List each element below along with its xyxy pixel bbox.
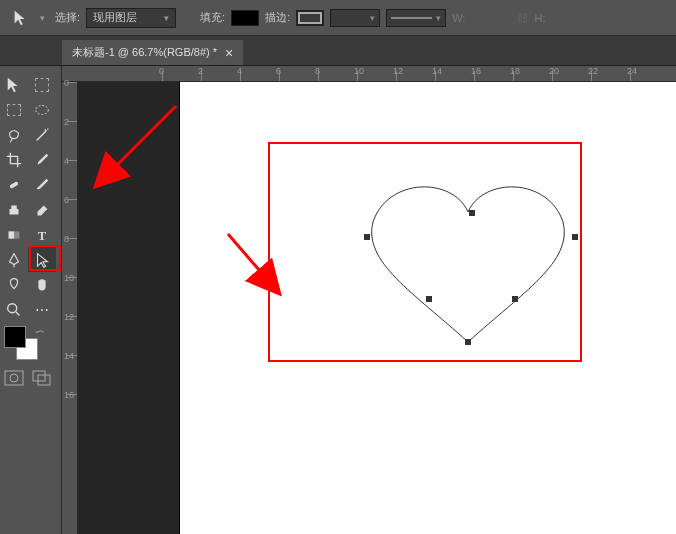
ruler-tick: 24 xyxy=(627,66,637,76)
ruler-tick: 0 xyxy=(159,66,164,76)
type-tool[interactable]: T xyxy=(28,222,56,247)
anchor-top[interactable] xyxy=(469,210,475,216)
quick-mask-icon[interactable] xyxy=(4,370,24,386)
magic-wand-tool[interactable] xyxy=(28,122,56,147)
ruler-tick: 6 xyxy=(64,195,69,205)
ruler-tick: 14 xyxy=(432,66,442,76)
fill-label: 填充: xyxy=(200,10,225,25)
path-select-tool[interactable] xyxy=(28,247,56,272)
stroke-width-field[interactable]: ▾ xyxy=(330,9,380,27)
svg-rect-6 xyxy=(5,371,23,385)
svg-line-10 xyxy=(114,106,176,168)
select-label: 选择: xyxy=(55,10,80,25)
stroke-label: 描边: xyxy=(265,10,290,25)
ruler-tick: 12 xyxy=(393,66,403,76)
canvas-area[interactable] xyxy=(78,82,676,534)
ruler-tick: 16 xyxy=(64,390,74,400)
ruler-vertical: 0246810121416 xyxy=(62,82,78,534)
color-swatches[interactable]: ⤺ xyxy=(4,326,54,366)
ruler-tick: 2 xyxy=(198,66,203,76)
fill-swatch[interactable] xyxy=(231,10,259,26)
width-label: W: xyxy=(452,12,465,24)
chevron-down-icon: ▾ xyxy=(164,13,169,23)
ruler-horizontal: 024681012141618202224 xyxy=(62,66,676,82)
svg-text:T: T xyxy=(38,228,47,242)
ruler-tick: 18 xyxy=(510,66,520,76)
ruler-tick: 8 xyxy=(64,234,69,244)
anchor-left[interactable] xyxy=(364,234,370,240)
pen-tool[interactable] xyxy=(0,247,28,272)
svg-rect-1 xyxy=(9,181,19,189)
more-tools[interactable]: ⋯ xyxy=(28,297,56,322)
toolbar: T ⋯ ⤺ xyxy=(0,66,62,534)
select-layer-value: 现用图层 xyxy=(93,10,137,25)
eraser-tool[interactable] xyxy=(28,197,56,222)
document-tab[interactable]: 未标题-1 @ 66.7%(RGB/8#) * × xyxy=(62,40,243,65)
foreground-color-swatch[interactable] xyxy=(4,326,26,348)
artboard-tool[interactable] xyxy=(28,72,56,97)
ruler-tick: 8 xyxy=(315,66,320,76)
stroke-swatch[interactable] xyxy=(296,10,324,26)
svg-rect-8 xyxy=(33,371,45,381)
tool-preset-dropdown[interactable]: ▾ xyxy=(40,13,45,23)
path-select-option-icon[interactable] xyxy=(6,5,34,30)
ruler-tick: 10 xyxy=(64,273,74,283)
gradient-tool[interactable] xyxy=(0,222,28,247)
svg-point-5 xyxy=(8,303,17,312)
screen-mode-icon[interactable] xyxy=(32,370,52,386)
ruler-tick: 14 xyxy=(64,351,74,361)
crop-tool[interactable] xyxy=(0,147,28,172)
heart-path[interactable] xyxy=(358,172,578,362)
healing-tool[interactable] xyxy=(0,172,28,197)
marquee-rect-tool[interactable] xyxy=(0,97,28,122)
brush-tool[interactable] xyxy=(28,172,56,197)
move-tool[interactable] xyxy=(0,72,28,97)
swap-colors-icon[interactable]: ⤺ xyxy=(36,326,44,337)
stroke-style-dropdown[interactable]: ▾ xyxy=(386,9,446,27)
svg-point-7 xyxy=(10,374,18,382)
ruler-tick: 2 xyxy=(64,117,69,127)
hand-tool[interactable] xyxy=(28,272,56,297)
ruler-tick: 4 xyxy=(237,66,242,76)
anchor-bottom[interactable] xyxy=(465,339,471,345)
lasso-tool[interactable] xyxy=(0,122,28,147)
tab-title: 未标题-1 @ 66.7%(RGB/8#) * xyxy=(72,45,217,60)
options-bar: ▾ 选择: 现用图层 ▾ 填充: 描边: ▾ ▾ W: ⛓ H: xyxy=(0,0,676,36)
ruler-tick: 6 xyxy=(276,66,281,76)
height-label: H: xyxy=(534,12,545,24)
marquee-ellipse-tool[interactable] xyxy=(28,97,56,122)
ruler-tick: 16 xyxy=(471,66,481,76)
svg-point-0 xyxy=(36,105,49,114)
ruler-tick: 4 xyxy=(64,156,69,166)
anchor-right[interactable] xyxy=(572,234,578,240)
svg-rect-9 xyxy=(38,375,50,385)
link-icon[interactable]: ⛓ xyxy=(517,12,528,24)
select-layer-dropdown[interactable]: 现用图层 ▾ xyxy=(86,8,176,28)
tab-bar: 未标题-1 @ 66.7%(RGB/8#) * × xyxy=(0,36,676,66)
shape-tool[interactable] xyxy=(0,272,28,297)
eyedropper-tool[interactable] xyxy=(28,147,56,172)
ruler-tick: 10 xyxy=(354,66,364,76)
clone-tool[interactable] xyxy=(0,197,28,222)
anchor-br[interactable] xyxy=(512,296,518,302)
zoom-tool[interactable] xyxy=(0,297,28,322)
close-icon[interactable]: × xyxy=(225,48,233,58)
ruler-tick: 12 xyxy=(64,312,74,322)
anchor-bl[interactable] xyxy=(426,296,432,302)
svg-rect-3 xyxy=(9,231,14,238)
ruler-tick: 0 xyxy=(64,78,69,88)
ruler-tick: 20 xyxy=(549,66,559,76)
ruler-tick: 22 xyxy=(588,66,598,76)
